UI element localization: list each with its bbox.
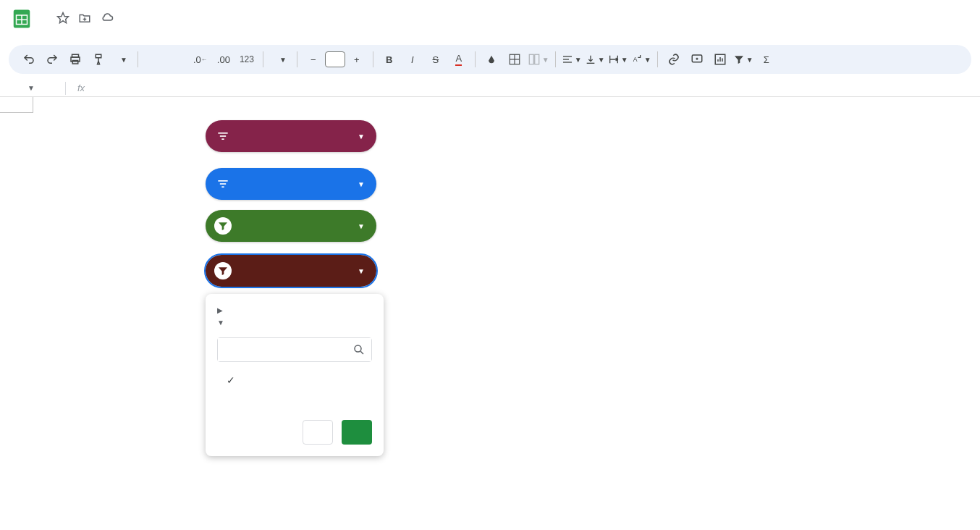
filter-list-icon <box>214 127 232 145</box>
redo-button[interactable] <box>42 49 62 70</box>
chart-button[interactable] <box>710 49 730 70</box>
currency-button[interactable] <box>144 49 164 70</box>
fx-icon: fx <box>77 83 85 93</box>
sheets-logo[interactable] <box>9 6 35 32</box>
funnel-icon <box>214 217 232 235</box>
star-icon[interactable] <box>56 12 69 27</box>
doc-title[interactable] <box>42 17 48 20</box>
decrease-font-button[interactable]: − <box>303 49 324 70</box>
slicer-nationality[interactable]: ▼ <box>206 168 376 200</box>
filter-search[interactable] <box>217 337 372 362</box>
slicer-marriage-status[interactable]: ▼ <box>206 255 376 287</box>
print-button[interactable] <box>65 49 85 70</box>
svg-line-29 <box>360 351 363 354</box>
filter-list-icon <box>214 175 232 193</box>
wrap-button[interactable]: ▼ <box>608 49 628 70</box>
italic-button[interactable]: I <box>402 49 423 70</box>
svg-rect-12 <box>535 54 539 64</box>
increase-decimal-button[interactable]: .00 <box>214 49 234 70</box>
cancel-button[interactable] <box>303 420 333 445</box>
menu-file[interactable] <box>41 35 52 41</box>
menu-edit[interactable] <box>54 35 65 41</box>
percent-button[interactable] <box>167 49 187 70</box>
valign-button[interactable]: ▼ <box>585 49 605 70</box>
filter-button[interactable]: ▼ <box>733 49 753 70</box>
menu-data[interactable] <box>106 35 117 41</box>
search-icon <box>352 343 366 356</box>
menu-extensions[interactable] <box>132 35 143 41</box>
cloud-icon[interactable] <box>100 12 114 27</box>
check-icon: ✓ <box>224 374 237 386</box>
increase-font-button[interactable]: + <box>347 49 367 70</box>
link-button[interactable] <box>664 49 684 70</box>
text-color-button[interactable]: A <box>449 49 469 70</box>
svg-text:A: A <box>633 56 637 63</box>
menubar <box>0 32 980 45</box>
filter-by-condition[interactable]: ▶ <box>217 304 372 316</box>
decrease-decimal-button[interactable]: .0← <box>190 49 211 70</box>
fill-color-button[interactable] <box>481 49 502 70</box>
functions-button[interactable]: Σ <box>756 49 777 70</box>
rotate-button[interactable]: A▼ <box>631 49 651 70</box>
comment-button[interactable] <box>687 49 707 70</box>
menu-format[interactable] <box>93 35 104 41</box>
move-icon[interactable] <box>78 12 91 27</box>
font-size-input[interactable] <box>325 51 345 67</box>
undo-button[interactable] <box>19 49 39 70</box>
funnel-icon <box>214 262 232 279</box>
svg-point-28 <box>355 345 361 352</box>
font-dropdown[interactable]: ▼ <box>269 56 291 64</box>
halign-button[interactable]: ▼ <box>562 49 582 70</box>
bold-button[interactable]: B <box>379 49 400 70</box>
menu-tools[interactable] <box>119 35 130 41</box>
format-123-button[interactable]: 123 <box>237 49 257 70</box>
select-all-corner[interactable] <box>0 97 33 113</box>
filter-option-married[interactable] <box>217 391 372 401</box>
menu-view[interactable] <box>67 35 78 41</box>
svg-rect-11 <box>529 54 533 64</box>
menu-help[interactable] <box>145 35 156 41</box>
merge-button[interactable]: ▼ <box>528 49 549 70</box>
paint-format-button[interactable] <box>88 49 109 70</box>
name-box[interactable]: ▼ <box>7 84 65 92</box>
filter-popup: ▶ ▼ ✓ <box>206 294 384 456</box>
menu-insert[interactable] <box>80 35 91 41</box>
filter-by-values[interactable]: ▼ <box>217 316 372 329</box>
filter-option-single[interactable]: ✓ <box>217 369 372 391</box>
zoom-dropdown[interactable]: ▼ <box>111 56 132 64</box>
ok-button[interactable] <box>342 420 372 445</box>
slicer-age[interactable]: ▼ <box>206 120 376 152</box>
strike-button[interactable]: S <box>426 49 446 70</box>
borders-button[interactable] <box>504 49 525 70</box>
toolbar: ▼ .0← .00 123 ▼ − + B I S A ▼ ▼ ▼ ▼ A▼ ▼… <box>9 45 971 74</box>
slicer-gender[interactable]: ▼ <box>206 210 376 242</box>
svg-marker-4 <box>58 12 69 22</box>
filter-search-input[interactable] <box>218 338 371 361</box>
